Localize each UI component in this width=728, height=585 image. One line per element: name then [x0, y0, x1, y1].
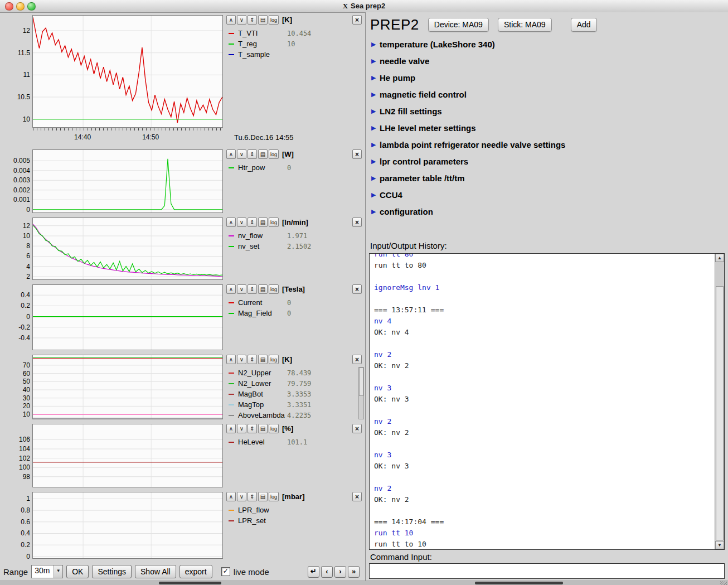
- pan-down-button[interactable]: ∨: [237, 217, 246, 227]
- log-scale-button[interactable]: log: [269, 15, 279, 25]
- pan-up-button[interactable]: ∧: [226, 284, 236, 294]
- tree-item[interactable]: ▶lpr control parameters: [371, 153, 724, 170]
- add-button[interactable]: Add: [571, 18, 597, 32]
- tree-item[interactable]: ▶He pump: [371, 69, 724, 86]
- close-chart-button[interactable]: ×: [352, 355, 362, 364]
- pan-up-button[interactable]: ∧: [226, 424, 236, 433]
- pan-up-button[interactable]: ∧: [226, 149, 236, 159]
- tree-item[interactable]: ▶magnetic field control: [371, 86, 724, 103]
- options-button[interactable]: ▤: [258, 355, 268, 364]
- legend-row[interactable]: MagBot3.3353: [227, 389, 356, 399]
- autoscale-button[interactable]: ⇕: [247, 492, 257, 501]
- history-scrollbar[interactable]: ▲ ▼: [715, 254, 724, 549]
- legend-row[interactable]: AboveLambda4.2235: [227, 410, 356, 420]
- tree-item[interactable]: ▶LN2 fill settings: [371, 103, 724, 119]
- export-button[interactable]: export: [179, 565, 212, 578]
- log-scale-button[interactable]: log: [269, 424, 279, 433]
- tree-item[interactable]: ▶CCU4: [371, 186, 724, 203]
- step-forward-button[interactable]: ›: [334, 566, 346, 578]
- plot-area[interactable]: [32, 284, 223, 350]
- history-scrollbar-thumb[interactable]: [716, 286, 724, 540]
- options-button[interactable]: ▤: [258, 217, 268, 227]
- undo-zoom-button[interactable]: ↵: [308, 566, 319, 578]
- legend-row[interactable]: Htr_pow0: [227, 162, 356, 173]
- live-mode-checkbox[interactable]: ✓: [221, 567, 230, 576]
- legend-row[interactable]: LPR_set: [227, 515, 356, 526]
- autoscale-button[interactable]: ⇕: [247, 149, 257, 159]
- tree-item[interactable]: ▶lambda point refrigerator needle valve …: [371, 136, 724, 153]
- plot-area[interactable]: [32, 217, 223, 280]
- pan-up-button[interactable]: ∧: [226, 492, 236, 501]
- legend-row[interactable]: T_reg10: [227, 38, 356, 49]
- range-select[interactable]: 30m ▼: [31, 565, 63, 578]
- device-button[interactable]: Device: MA09: [428, 18, 489, 32]
- close-chart-button[interactable]: ×: [352, 424, 362, 433]
- autoscale-button[interactable]: ⇕: [247, 424, 257, 433]
- options-button[interactable]: ▤: [258, 149, 268, 159]
- resize-grip[interactable]: [720, 581, 727, 585]
- legend-scrollbar-thumb[interactable]: [359, 368, 363, 396]
- log-scale-button[interactable]: log: [269, 149, 279, 159]
- autoscale-button[interactable]: ⇕: [247, 284, 257, 294]
- scroll-down-icon[interactable]: ▼: [715, 541, 724, 549]
- tree-item[interactable]: ▶configuration: [371, 203, 724, 220]
- options-button[interactable]: ▤: [258, 284, 268, 294]
- autoscale-button[interactable]: ⇕: [247, 15, 257, 25]
- ok-button[interactable]: OK: [66, 565, 89, 578]
- pan-down-button[interactable]: ∨: [237, 284, 246, 294]
- pan-down-button[interactable]: ∨: [237, 355, 246, 364]
- legend-row[interactable]: MagTop3.3351: [227, 399, 356, 410]
- history-box[interactable]: run tt 80run tt to 80ignoreMsg lnv 1=== …: [369, 253, 725, 550]
- autoscale-button[interactable]: ⇕: [247, 217, 257, 227]
- tree-item[interactable]: ▶parameter table /tt/tm: [371, 170, 724, 186]
- close-chart-button[interactable]: ×: [352, 149, 362, 159]
- tree-item[interactable]: ▶needle valve: [371, 52, 724, 69]
- legend-row[interactable]: T_VTI10.454: [227, 28, 356, 38]
- legend-row[interactable]: nv_flow1.971: [227, 230, 356, 241]
- tree-item[interactable]: ▶LHe level meter settings: [371, 119, 724, 136]
- jump-to-end-button[interactable]: »: [348, 566, 360, 578]
- series-color-icon: [229, 43, 234, 45]
- options-button[interactable]: ▤: [258, 424, 268, 433]
- close-chart-button[interactable]: ×: [352, 15, 362, 25]
- legend-row[interactable]: Mag_Field0: [227, 308, 356, 318]
- log-scale-button[interactable]: log: [269, 355, 279, 364]
- legend-row[interactable]: Current0: [227, 297, 356, 308]
- show-all-button[interactable]: Show All: [135, 565, 176, 578]
- plot-area[interactable]: [32, 149, 223, 213]
- plot-area[interactable]: [32, 15, 223, 128]
- pan-down-button[interactable]: ∨: [237, 424, 246, 433]
- log-scale-button[interactable]: log: [269, 284, 279, 294]
- close-chart-button[interactable]: ×: [352, 284, 362, 294]
- close-chart-button[interactable]: ×: [352, 492, 362, 501]
- plot-area[interactable]: [32, 492, 223, 559]
- pan-down-button[interactable]: ∨: [237, 15, 246, 25]
- log-scale-button[interactable]: log: [269, 492, 279, 501]
- close-chart-button[interactable]: ×: [352, 217, 362, 227]
- legend-row[interactable]: nv_set2.1502: [227, 241, 356, 252]
- options-button[interactable]: ▤: [258, 15, 268, 25]
- pan-up-button[interactable]: ∧: [226, 217, 236, 227]
- settings-button[interactable]: Settings: [92, 565, 132, 578]
- pan-down-button[interactable]: ∨: [237, 149, 246, 159]
- tree-item[interactable]: ▶temperature (LakeShore 340): [371, 36, 724, 52]
- options-button[interactable]: ▤: [258, 492, 268, 501]
- pan-down-button[interactable]: ∨: [237, 492, 246, 501]
- legend-row[interactable]: LPR_flow: [227, 505, 356, 515]
- window-titlebar[interactable]: XSea prep2: [0, 0, 728, 13]
- autoscale-button[interactable]: ⇕: [247, 355, 257, 364]
- log-scale-button[interactable]: log: [269, 217, 279, 227]
- legend-row[interactable]: T_sample: [227, 49, 356, 60]
- plot-area[interactable]: [32, 355, 223, 419]
- legend-scrollbar[interactable]: [358, 367, 364, 419]
- stick-button[interactable]: Stick: MA09: [498, 18, 552, 32]
- step-back-button[interactable]: ‹: [321, 566, 333, 578]
- legend-row[interactable]: HeLevel101.1: [227, 437, 356, 447]
- command-input[interactable]: [369, 563, 725, 579]
- legend-row[interactable]: N2_Upper78.439: [227, 368, 356, 378]
- legend-row[interactable]: N2_Lower79.759: [227, 378, 356, 389]
- scroll-up-icon[interactable]: ▲: [715, 254, 724, 262]
- plot-area[interactable]: [32, 424, 223, 487]
- pan-up-button[interactable]: ∧: [226, 355, 236, 364]
- pan-up-button[interactable]: ∧: [226, 15, 236, 25]
